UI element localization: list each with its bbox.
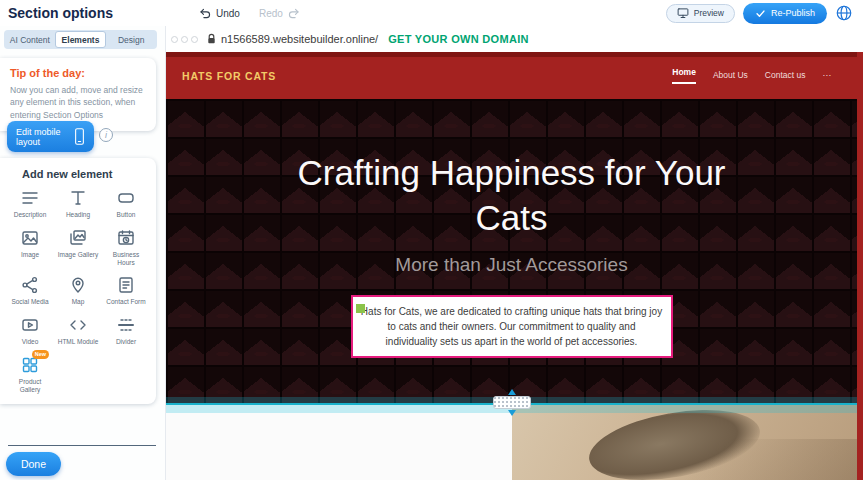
element-grid: Description Heading Button Image Image G… — [6, 188, 150, 394]
resize-arrow-up-icon — [508, 389, 516, 395]
element-item-heading[interactable]: Heading — [54, 188, 102, 219]
product-gallery-icon: New — [19, 355, 41, 375]
redo-icon — [287, 7, 300, 20]
element-item-description[interactable]: Description — [6, 188, 54, 219]
element-item-social-media[interactable]: Social Media — [6, 275, 54, 306]
sidebar-divider — [8, 445, 156, 446]
video-icon — [19, 315, 41, 335]
undo-button[interactable]: Undo — [199, 7, 240, 20]
image-icon — [19, 228, 41, 248]
undo-icon — [199, 7, 212, 20]
description-icon — [19, 188, 41, 208]
image-gallery-icon — [67, 228, 89, 248]
browser-dot — [171, 36, 178, 43]
element-item-product-gallery[interactable]: New Product Gallery — [6, 355, 54, 394]
tab-design[interactable]: Design — [106, 31, 156, 48]
site-preview: HATS FOR CATS Home About Us Contact us ⋯… — [166, 52, 863, 480]
hero-paragraph-box[interactable]: Hats for Cats, we are dedicated to craft… — [351, 295, 673, 358]
tip-title: Tip of the day: — [10, 67, 146, 79]
heading-icon — [67, 188, 89, 208]
history-controls: Undo Redo — [199, 7, 300, 20]
site-logo[interactable]: HATS FOR CATS — [182, 70, 276, 82]
tab-ai-content[interactable]: AI Content — [5, 31, 55, 48]
edit-mobile-label: Edit mobile layout — [16, 127, 68, 147]
undo-label: Undo — [216, 8, 240, 19]
hero-subtitle[interactable]: More than Just Accessories — [166, 254, 857, 276]
hero-title[interactable]: Crafting Happiness for Your Cats — [277, 151, 747, 241]
site-url[interactable]: n1566589.websitebuilder.online/ — [221, 33, 378, 45]
nav-more-icon[interactable]: ⋯ — [823, 70, 832, 82]
contact-form-icon — [115, 275, 137, 295]
browser-dot — [181, 36, 188, 43]
redo-label: Redo — [259, 8, 283, 19]
site-edge-strip — [857, 52, 863, 480]
done-button[interactable]: Done — [6, 452, 61, 476]
element-item-business-hours[interactable]: Business Hours — [102, 228, 150, 267]
element-item-divider[interactable]: Divider — [102, 315, 150, 346]
button-icon — [115, 188, 137, 208]
republish-label: Re-Publish — [771, 8, 815, 18]
tip-card: Tip of the day: Now you can add, move an… — [0, 58, 156, 131]
resize-arrow-down-icon — [508, 410, 516, 416]
preview-button[interactable]: Preview — [666, 4, 735, 23]
hero-section[interactable]: Crafting Happiness for Your Cats More th… — [166, 99, 857, 405]
topbar: Section options Undo Redo Preview Re-Pub… — [0, 0, 863, 26]
browser-dot — [191, 36, 198, 43]
divider-icon — [115, 315, 137, 335]
nav-home[interactable]: Home — [672, 67, 696, 84]
element-item-video[interactable]: Video — [6, 315, 54, 346]
add-element-panel: Add new element Description Heading Butt… — [0, 158, 156, 404]
get-domain-link[interactable]: GET YOUR OWN DOMAIN — [388, 33, 529, 45]
sidebar-tabs: AI Content Elements Design — [4, 30, 157, 49]
beach-cat-image[interactable] — [512, 405, 857, 480]
element-item-image-gallery[interactable]: Image Gallery — [54, 228, 102, 267]
nav-contact-us[interactable]: Contact us — [765, 70, 806, 82]
preview-label: Preview — [694, 8, 724, 18]
tab-elements[interactable]: Elements — [55, 31, 107, 48]
element-item-image[interactable]: Image — [6, 228, 54, 267]
element-selection-handle[interactable] — [356, 304, 365, 313]
element-item-map[interactable]: Map — [54, 275, 102, 306]
site-nav: Home About Us Contact us ⋯ — [672, 67, 831, 84]
globe-button[interactable] — [835, 4, 853, 22]
monitor-icon — [677, 7, 689, 19]
app-window: Section options Undo Redo Preview Re-Pub… — [0, 0, 863, 480]
redo-button[interactable]: Redo — [259, 7, 300, 20]
section-resize-handle[interactable] — [493, 396, 531, 409]
republish-button[interactable]: Re-Publish — [743, 3, 827, 24]
html-module-icon — [67, 315, 89, 335]
sidebar: AI Content Elements Design Tip of the da… — [0, 26, 166, 480]
edit-mobile-layout-button[interactable]: Edit mobile layout — [7, 121, 94, 152]
element-item-html-module[interactable]: HTML Module — [54, 315, 102, 346]
phone-icon — [74, 128, 85, 145]
info-button[interactable]: i — [99, 128, 113, 142]
lock-icon — [206, 33, 217, 45]
element-item-button[interactable]: Button — [102, 188, 150, 219]
map-icon — [67, 275, 89, 295]
check-icon — [755, 8, 766, 19]
site-header[interactable]: HATS FOR CATS Home About Us Contact us ⋯ — [166, 52, 857, 99]
globe-icon — [835, 4, 853, 22]
social-media-icon — [19, 275, 41, 295]
hero-paragraph: Hats for Cats, we are dedicated to craft… — [361, 304, 663, 349]
page-title: Section options — [8, 5, 113, 21]
business-hours-icon — [115, 228, 137, 248]
nav-about-us[interactable]: About Us — [713, 70, 748, 82]
add-element-title: Add new element — [22, 168, 150, 180]
sand-shadow — [650, 439, 857, 480]
browser-bar: n1566589.websitebuilder.online/ GET YOUR… — [166, 26, 863, 52]
element-item-contact-form[interactable]: Contact Form — [102, 275, 150, 306]
new-badge: New — [32, 350, 49, 360]
tip-body: Now you can add, move and resize any ele… — [10, 84, 146, 121]
